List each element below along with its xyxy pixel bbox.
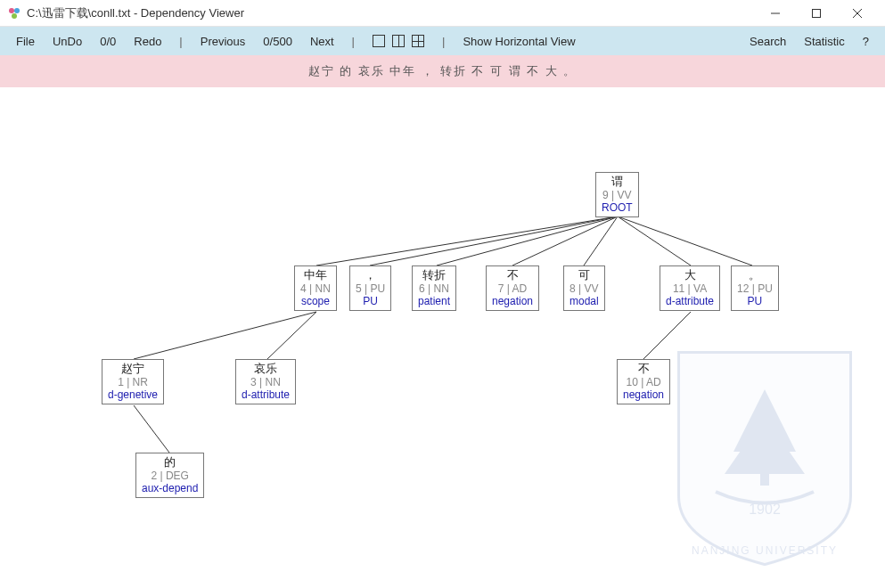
- node-rel: modal: [570, 295, 599, 307]
- minimize-button[interactable]: [755, 0, 796, 27]
- svg-rect-4: [813, 9, 821, 17]
- menu-file[interactable]: File: [7, 35, 44, 48]
- node-rel: negation: [492, 295, 533, 307]
- svg-line-15: [134, 312, 316, 359]
- tree-edges: [0, 87, 885, 588]
- node-word: 。: [737, 268, 773, 282]
- view-icons: [364, 35, 433, 47]
- separator: |: [343, 35, 364, 48]
- watermark-logo: 1902 NANJING UNIVERSITY: [662, 336, 867, 570]
- page-count: 0/500: [254, 35, 301, 48]
- node-word: 中年: [300, 268, 331, 282]
- tree-node[interactable]: 可 8 | VV modal: [563, 265, 605, 311]
- tree-node[interactable]: 不 7 | AD negation: [486, 265, 539, 311]
- titlebar: C:\迅雷下载\conll.txt - Dependency Viewer: [0, 0, 885, 27]
- node-rel: d-attribute: [242, 388, 290, 401]
- tree-node[interactable]: 不 10 | AD negation: [617, 359, 670, 404]
- sentence-text: 赵宁 的 哀乐 中年 ， 转折 不 可 谓 不 大 。: [308, 63, 578, 79]
- toolbar: File UnDo 0/0 Redo | Previous 0/500 Next…: [0, 27, 885, 55]
- sentence-bar: 赵宁 的 哀乐 中年 ， 转折 不 可 谓 不 大 。: [0, 55, 885, 87]
- node-rel: aux-depend: [142, 482, 198, 494]
- menu-search[interactable]: Search: [741, 35, 795, 48]
- node-pos: 5 | PU: [356, 282, 385, 295]
- window-title: C:\迅雷下载\conll.txt - Dependency Viewer: [27, 5, 244, 21]
- menu-next[interactable]: Next: [301, 35, 343, 48]
- svg-line-13: [618, 216, 691, 265]
- node-pos: 12 | PU: [737, 282, 773, 295]
- svg-line-16: [267, 312, 316, 359]
- node-rel: d-attribute: [666, 295, 714, 307]
- window-controls: [755, 0, 878, 27]
- tree-node[interactable]: 。 12 | PU PU: [731, 265, 779, 311]
- undo-count: 0/0: [91, 35, 125, 48]
- tree-node[interactable]: 哀乐 3 | NN d-attribute: [235, 359, 296, 404]
- watermark-year: 1902: [749, 502, 781, 517]
- svg-line-14: [618, 216, 752, 265]
- close-button[interactable]: [837, 0, 878, 27]
- svg-line-18: [134, 405, 169, 453]
- svg-point-1: [14, 8, 20, 13]
- menu-previous[interactable]: Previous: [192, 35, 255, 48]
- node-pos: 6 | NN: [418, 282, 450, 295]
- node-word: 哀乐: [242, 362, 290, 376]
- node-pos: 4 | NN: [300, 282, 331, 295]
- node-pos: 8 | VV: [570, 282, 599, 295]
- view-grid-icon[interactable]: [412, 35, 424, 47]
- tree-node[interactable]: 大 11 | VA d-attribute: [660, 265, 720, 311]
- menu-statistic[interactable]: Statistic: [795, 35, 854, 48]
- node-pos: 3 | NN: [242, 376, 290, 388]
- node-word: 不: [492, 268, 533, 282]
- separator: |: [170, 35, 191, 48]
- menu-redo[interactable]: Redo: [125, 35, 170, 48]
- node-rel: ROOT: [602, 201, 633, 214]
- svg-point-2: [12, 13, 17, 19]
- node-word: 赵宁: [108, 362, 158, 376]
- menu-undo[interactable]: UnDo: [44, 35, 91, 48]
- node-rel: patient: [418, 295, 450, 307]
- menu-horizontal-view[interactable]: Show Horizontal View: [454, 35, 584, 48]
- node-word: 大: [666, 268, 714, 282]
- tree-node[interactable]: 的 2 | DEG aux-depend: [135, 453, 204, 498]
- svg-line-8: [316, 216, 618, 265]
- tree-node-root[interactable]: 谓 9 | VV ROOT: [595, 172, 639, 217]
- node-rel: scope: [300, 295, 331, 307]
- tree-node[interactable]: ， 5 | PU PU: [349, 265, 391, 311]
- node-pos: 2 | DEG: [142, 470, 198, 482]
- node-pos: 10 | AD: [623, 376, 664, 388]
- svg-point-0: [9, 8, 14, 13]
- svg-line-10: [437, 216, 618, 265]
- tree-canvas[interactable]: 1902 NANJING UNIVERSITY 谓 9 | VV RO: [0, 87, 885, 588]
- watermark-name: NANJING UNIVERSITY: [692, 544, 838, 557]
- view-split-icon[interactable]: [392, 35, 405, 47]
- node-pos: 9 | VV: [602, 189, 633, 201]
- svg-line-17: [643, 312, 691, 359]
- node-pos: 7 | AD: [492, 282, 533, 295]
- tree-node[interactable]: 赵宁 1 | NR d-genetive: [102, 359, 164, 404]
- tree-node[interactable]: 转折 6 | NN patient: [412, 265, 456, 311]
- node-word: 的: [142, 455, 198, 470]
- svg-line-11: [512, 216, 618, 265]
- tree-node[interactable]: 中年 4 | NN scope: [294, 265, 337, 311]
- node-word: 谓: [602, 175, 633, 189]
- app-icon: [7, 6, 21, 20]
- maximize-button[interactable]: [796, 0, 837, 27]
- node-word: 不: [623, 362, 664, 376]
- menu-help[interactable]: ?: [854, 35, 878, 48]
- node-word: 可: [570, 268, 599, 282]
- node-rel: PU: [356, 295, 385, 307]
- view-single-icon[interactable]: [373, 35, 385, 47]
- node-rel: PU: [737, 295, 773, 307]
- svg-line-9: [370, 216, 618, 265]
- svg-rect-7: [760, 470, 769, 486]
- node-word: ，: [356, 268, 385, 282]
- node-rel: negation: [623, 388, 664, 401]
- node-pos: 11 | VA: [666, 282, 714, 295]
- node-pos: 1 | NR: [108, 376, 158, 388]
- separator: |: [433, 35, 454, 48]
- svg-line-12: [584, 216, 618, 265]
- node-word: 转折: [418, 268, 450, 282]
- node-rel: d-genetive: [108, 388, 158, 401]
